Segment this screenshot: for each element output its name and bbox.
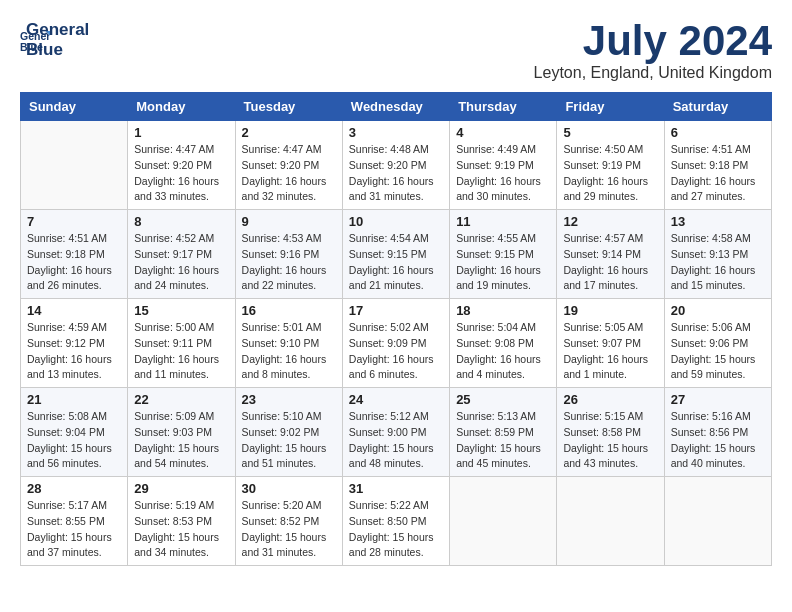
day-info: Sunrise: 5:22 AMSunset: 8:50 PMDaylight:… [349,498,443,561]
day-info: Sunrise: 5:09 AMSunset: 9:03 PMDaylight:… [134,409,228,472]
calendar-cell: 9Sunrise: 4:53 AMSunset: 9:16 PMDaylight… [235,210,342,299]
calendar-cell: 17Sunrise: 5:02 AMSunset: 9:09 PMDayligh… [342,299,449,388]
calendar-cell [664,477,771,566]
day-number: 12 [563,214,657,229]
day-info: Sunrise: 4:53 AMSunset: 9:16 PMDaylight:… [242,231,336,294]
day-info: Sunrise: 5:05 AMSunset: 9:07 PMDaylight:… [563,320,657,383]
logo: General Blue General Blue [20,20,89,60]
day-info: Sunrise: 4:54 AMSunset: 9:15 PMDaylight:… [349,231,443,294]
calendar-cell: 15Sunrise: 5:00 AMSunset: 9:11 PMDayligh… [128,299,235,388]
day-info: Sunrise: 5:13 AMSunset: 8:59 PMDaylight:… [456,409,550,472]
calendar-cell [557,477,664,566]
day-number: 19 [563,303,657,318]
day-number: 9 [242,214,336,229]
day-info: Sunrise: 5:16 AMSunset: 8:56 PMDaylight:… [671,409,765,472]
calendar-cell: 28Sunrise: 5:17 AMSunset: 8:55 PMDayligh… [21,477,128,566]
week-row-2: 7Sunrise: 4:51 AMSunset: 9:18 PMDaylight… [21,210,772,299]
calendar-cell: 31Sunrise: 5:22 AMSunset: 8:50 PMDayligh… [342,477,449,566]
calendar-cell: 25Sunrise: 5:13 AMSunset: 8:59 PMDayligh… [450,388,557,477]
day-info: Sunrise: 5:02 AMSunset: 9:09 PMDaylight:… [349,320,443,383]
day-number: 18 [456,303,550,318]
calendar-cell: 30Sunrise: 5:20 AMSunset: 8:52 PMDayligh… [235,477,342,566]
header-tuesday: Tuesday [235,93,342,121]
week-row-4: 21Sunrise: 5:08 AMSunset: 9:04 PMDayligh… [21,388,772,477]
day-number: 11 [456,214,550,229]
calendar-cell: 4Sunrise: 4:49 AMSunset: 9:19 PMDaylight… [450,121,557,210]
day-number: 10 [349,214,443,229]
day-info: Sunrise: 5:08 AMSunset: 9:04 PMDaylight:… [27,409,121,472]
day-number: 22 [134,392,228,407]
day-number: 23 [242,392,336,407]
header: General Blue General Blue July 2024 Leyt… [20,20,772,82]
day-info: Sunrise: 5:00 AMSunset: 9:11 PMDaylight:… [134,320,228,383]
calendar-cell: 6Sunrise: 4:51 AMSunset: 9:18 PMDaylight… [664,121,771,210]
location: Leyton, England, United Kingdom [534,64,772,82]
day-info: Sunrise: 4:59 AMSunset: 9:12 PMDaylight:… [27,320,121,383]
calendar-cell: 14Sunrise: 4:59 AMSunset: 9:12 PMDayligh… [21,299,128,388]
logo-blue: Blue [26,40,89,60]
calendar-cell [450,477,557,566]
day-info: Sunrise: 5:01 AMSunset: 9:10 PMDaylight:… [242,320,336,383]
day-number: 5 [563,125,657,140]
day-number: 1 [134,125,228,140]
calendar-table: SundayMondayTuesdayWednesdayThursdayFrid… [20,92,772,566]
calendar-cell: 11Sunrise: 4:55 AMSunset: 9:15 PMDayligh… [450,210,557,299]
day-info: Sunrise: 4:51 AMSunset: 9:18 PMDaylight:… [27,231,121,294]
calendar-cell: 3Sunrise: 4:48 AMSunset: 9:20 PMDaylight… [342,121,449,210]
header-wednesday: Wednesday [342,93,449,121]
day-info: Sunrise: 5:19 AMSunset: 8:53 PMDaylight:… [134,498,228,561]
week-row-1: 1Sunrise: 4:47 AMSunset: 9:20 PMDaylight… [21,121,772,210]
calendar-cell: 27Sunrise: 5:16 AMSunset: 8:56 PMDayligh… [664,388,771,477]
day-number: 21 [27,392,121,407]
week-row-5: 28Sunrise: 5:17 AMSunset: 8:55 PMDayligh… [21,477,772,566]
day-info: Sunrise: 4:51 AMSunset: 9:18 PMDaylight:… [671,142,765,205]
day-number: 25 [456,392,550,407]
day-number: 26 [563,392,657,407]
day-number: 20 [671,303,765,318]
calendar-cell: 18Sunrise: 5:04 AMSunset: 9:08 PMDayligh… [450,299,557,388]
calendar-cell: 24Sunrise: 5:12 AMSunset: 9:00 PMDayligh… [342,388,449,477]
day-info: Sunrise: 4:47 AMSunset: 9:20 PMDaylight:… [242,142,336,205]
calendar-cell: 16Sunrise: 5:01 AMSunset: 9:10 PMDayligh… [235,299,342,388]
logo-general: General [26,20,89,40]
day-number: 31 [349,481,443,496]
calendar-cell: 22Sunrise: 5:09 AMSunset: 9:03 PMDayligh… [128,388,235,477]
calendar-cell: 26Sunrise: 5:15 AMSunset: 8:58 PMDayligh… [557,388,664,477]
calendar-cell: 13Sunrise: 4:58 AMSunset: 9:13 PMDayligh… [664,210,771,299]
day-info: Sunrise: 4:52 AMSunset: 9:17 PMDaylight:… [134,231,228,294]
day-number: 17 [349,303,443,318]
day-info: Sunrise: 5:15 AMSunset: 8:58 PMDaylight:… [563,409,657,472]
day-info: Sunrise: 5:20 AMSunset: 8:52 PMDaylight:… [242,498,336,561]
day-number: 16 [242,303,336,318]
day-number: 28 [27,481,121,496]
day-info: Sunrise: 5:06 AMSunset: 9:06 PMDaylight:… [671,320,765,383]
day-info: Sunrise: 4:57 AMSunset: 9:14 PMDaylight:… [563,231,657,294]
day-number: 2 [242,125,336,140]
day-number: 27 [671,392,765,407]
day-number: 6 [671,125,765,140]
calendar-cell: 29Sunrise: 5:19 AMSunset: 8:53 PMDayligh… [128,477,235,566]
day-number: 8 [134,214,228,229]
calendar-cell: 5Sunrise: 4:50 AMSunset: 9:19 PMDaylight… [557,121,664,210]
day-number: 14 [27,303,121,318]
day-number: 24 [349,392,443,407]
calendar-cell: 8Sunrise: 4:52 AMSunset: 9:17 PMDaylight… [128,210,235,299]
calendar-cell: 10Sunrise: 4:54 AMSunset: 9:15 PMDayligh… [342,210,449,299]
header-thursday: Thursday [450,93,557,121]
day-info: Sunrise: 5:12 AMSunset: 9:00 PMDaylight:… [349,409,443,472]
day-info: Sunrise: 4:55 AMSunset: 9:15 PMDaylight:… [456,231,550,294]
day-info: Sunrise: 4:58 AMSunset: 9:13 PMDaylight:… [671,231,765,294]
day-number: 4 [456,125,550,140]
day-info: Sunrise: 4:48 AMSunset: 9:20 PMDaylight:… [349,142,443,205]
title-area: July 2024 Leyton, England, United Kingdo… [534,20,772,82]
day-number: 13 [671,214,765,229]
day-info: Sunrise: 4:50 AMSunset: 9:19 PMDaylight:… [563,142,657,205]
header-sunday: Sunday [21,93,128,121]
day-number: 15 [134,303,228,318]
day-info: Sunrise: 5:04 AMSunset: 9:08 PMDaylight:… [456,320,550,383]
calendar-cell: 19Sunrise: 5:05 AMSunset: 9:07 PMDayligh… [557,299,664,388]
calendar-cell [21,121,128,210]
calendar-cell: 12Sunrise: 4:57 AMSunset: 9:14 PMDayligh… [557,210,664,299]
calendar-cell: 23Sunrise: 5:10 AMSunset: 9:02 PMDayligh… [235,388,342,477]
calendar-cell: 7Sunrise: 4:51 AMSunset: 9:18 PMDaylight… [21,210,128,299]
